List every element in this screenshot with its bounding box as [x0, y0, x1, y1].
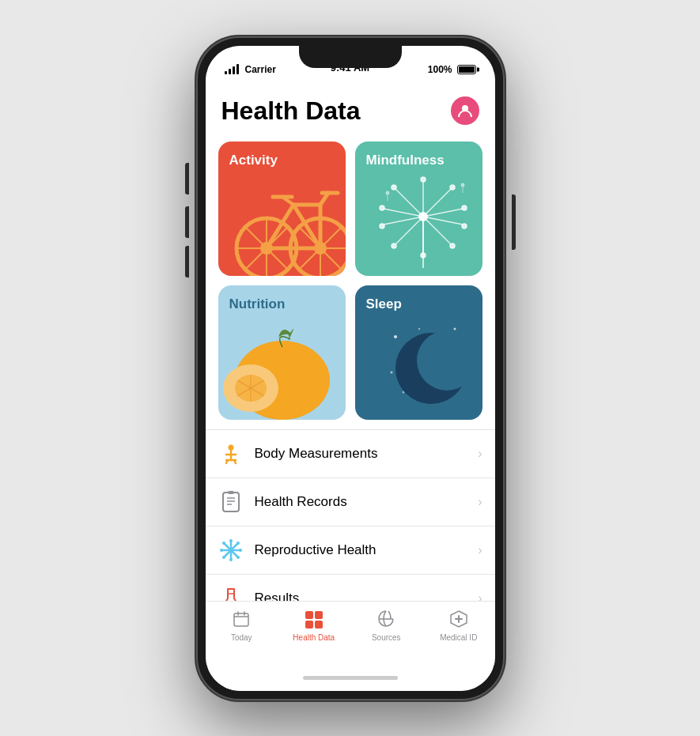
signal-icon [225, 65, 239, 74]
status-right: 100% [428, 64, 476, 75]
reproductive-health-label: Reproductive Health [255, 542, 479, 558]
sources-tab-label: Sources [372, 633, 401, 642]
svg-point-50 [418, 328, 420, 330]
tab-health-data[interactable]: Health Data [278, 608, 350, 642]
svg-rect-61 [223, 493, 239, 511]
sleep-illustration [380, 317, 475, 412]
body-measurements-chevron: › [478, 447, 482, 461]
mindfulness-illustration [372, 165, 475, 268]
notch [299, 46, 402, 68]
scroll-content[interactable]: Health Data Activity [206, 84, 495, 601]
today-tab-icon [230, 608, 252, 630]
medical-id-tab-icon [448, 608, 470, 630]
activity-illustration [227, 157, 346, 276]
header: Health Data [206, 84, 495, 135]
today-tab-label: Today [231, 633, 252, 642]
svg-point-16 [421, 177, 426, 182]
sleep-card-label: Sleep [366, 296, 402, 312]
svg-point-20 [462, 206, 467, 210]
battery-label: 100% [428, 64, 452, 75]
phone-screen: Carrier 9:41 AM 100% Health Data [206, 46, 495, 691]
svg-point-74 [222, 542, 225, 545]
svg-point-46 [394, 335, 397, 338]
svg-rect-80 [234, 613, 248, 626]
health-records-icon [218, 489, 244, 515]
tab-medical-id[interactable]: Medical ID [422, 608, 495, 642]
page-title: Health Data [221, 96, 361, 126]
cards-grid: Activity [206, 135, 495, 429]
tab-today[interactable]: Today [206, 608, 278, 642]
health-records-chevron: › [478, 495, 482, 509]
health-data-tab-label: Health Data [293, 633, 335, 642]
health-records-item[interactable]: Health Records › [206, 478, 495, 527]
body-measurements-label: Body Measurements [255, 446, 479, 462]
svg-point-73 [239, 549, 242, 552]
body-measurements-item[interactable]: Body Measurements › [206, 430, 495, 478]
sources-tab-icon [375, 608, 397, 630]
svg-point-24 [450, 243, 455, 248]
svg-point-54 [417, 330, 475, 391]
svg-point-77 [222, 556, 225, 559]
svg-point-22 [462, 224, 467, 228]
activity-card-label: Activity [229, 153, 278, 168]
svg-point-18 [450, 185, 455, 190]
results-item[interactable]: Results › [206, 575, 495, 601]
svg-point-75 [236, 556, 240, 559]
status-left: Carrier [225, 64, 276, 75]
svg-point-26 [421, 253, 426, 258]
health-records-label: Health Records [255, 494, 479, 510]
list-section: Body Measurements › [206, 429, 495, 601]
phone-frame: Carrier 9:41 AM 100% Health Data [196, 36, 505, 700]
nutrition-illustration [219, 309, 346, 420]
body-measurements-icon [218, 441, 244, 466]
svg-rect-87 [315, 621, 323, 628]
svg-point-30 [380, 224, 384, 228]
svg-point-70 [229, 539, 233, 542]
home-bar [303, 676, 398, 680]
reproductive-health-icon [218, 538, 244, 563]
svg-point-28 [392, 243, 396, 248]
svg-point-76 [236, 542, 240, 545]
svg-rect-85 [315, 611, 323, 619]
mindfulness-card-label: Mindfulness [366, 153, 445, 168]
svg-point-38 [461, 183, 464, 187]
svg-point-72 [220, 549, 223, 552]
svg-point-36 [386, 191, 389, 194]
sleep-card[interactable]: Sleep [355, 285, 482, 420]
health-data-tab-icon [303, 608, 325, 630]
battery-icon [457, 65, 476, 74]
activity-card[interactable]: Activity [218, 142, 346, 276]
content-inner: Health Data Activity [206, 84, 495, 601]
svg-point-48 [390, 371, 392, 373]
medical-id-tab-label: Medical ID [440, 633, 477, 642]
svg-point-35 [418, 212, 428, 221]
svg-point-32 [380, 206, 384, 210]
svg-point-34 [392, 185, 396, 190]
home-indicator [206, 666, 495, 691]
nutrition-card[interactable]: Nutrition [218, 285, 346, 420]
carrier-label: Carrier [245, 64, 276, 75]
svg-rect-86 [305, 621, 313, 628]
battery-fill [459, 66, 475, 73]
tab-sources[interactable]: Sources [350, 608, 423, 642]
results-icon [218, 586, 244, 601]
svg-point-47 [453, 327, 456, 330]
tab-bar: Today Health Data [206, 601, 495, 666]
svg-point-71 [229, 558, 233, 561]
results-chevron: › [478, 591, 482, 601]
results-label: Results [255, 591, 479, 601]
svg-rect-84 [305, 611, 313, 619]
mindfulness-card[interactable]: Mindfulness [355, 142, 482, 276]
nutrition-card-label: Nutrition [229, 296, 286, 312]
reproductive-health-chevron: › [478, 543, 482, 557]
reproductive-health-item[interactable]: Reproductive Health › [206, 527, 495, 575]
svg-rect-65 [228, 491, 234, 494]
profile-button[interactable] [451, 96, 479, 125]
